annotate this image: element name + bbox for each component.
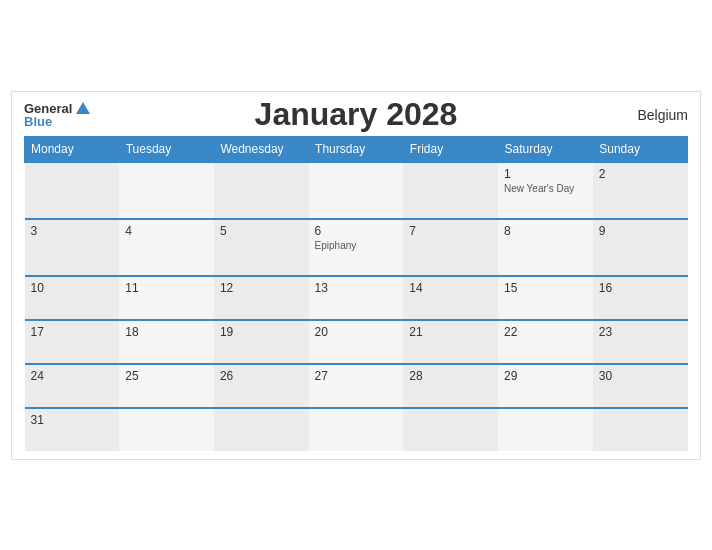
logo-blue-text: Blue [24,115,90,128]
calendar-day-cell: 18 [119,320,214,364]
calendar-day-cell: 2 [593,162,688,219]
calendar-country: Belgium [637,107,688,123]
calendar-day-cell: 14 [403,276,498,320]
calendar-day-cell: 27 [309,364,404,408]
day-number: 9 [599,224,682,238]
calendar-day-cell [214,162,309,219]
calendar-week-row: 1New Year's Day2 [25,162,688,219]
day-number: 12 [220,281,303,295]
calendar-day-cell: 30 [593,364,688,408]
calendar-week-row: 24252627282930 [25,364,688,408]
calendar-day-cell: 9 [593,219,688,276]
day-number: 24 [31,369,114,383]
calendar-day-cell [214,408,309,451]
day-number: 31 [31,413,114,427]
calendar-day-cell: 11 [119,276,214,320]
calendar-title: January 2028 [255,96,458,133]
day-number: 10 [31,281,114,295]
calendar-day-cell: 22 [498,320,593,364]
calendar-container: General Blue January 2028 Belgium Monday… [11,91,701,460]
day-number: 22 [504,325,587,339]
weekday-header-thursday: Thursday [309,136,404,162]
calendar-day-cell: 23 [593,320,688,364]
day-number: 27 [315,369,398,383]
day-number: 29 [504,369,587,383]
day-number: 14 [409,281,492,295]
calendar-day-cell [593,408,688,451]
calendar-day-cell: 7 [403,219,498,276]
calendar-day-cell: 24 [25,364,120,408]
day-number: 4 [125,224,208,238]
weekday-header-monday: Monday [25,136,120,162]
calendar-day-cell: 13 [309,276,404,320]
calendar-day-cell [309,408,404,451]
calendar-day-cell [403,408,498,451]
day-number: 2 [599,167,682,181]
day-number: 26 [220,369,303,383]
calendar-day-cell: 17 [25,320,120,364]
calendar-day-cell [498,408,593,451]
day-event: New Year's Day [504,183,587,194]
calendar-day-cell: 1New Year's Day [498,162,593,219]
weekday-header-friday: Friday [403,136,498,162]
day-number: 20 [315,325,398,339]
calendar-day-cell: 29 [498,364,593,408]
day-number: 13 [315,281,398,295]
weekday-header-saturday: Saturday [498,136,593,162]
calendar-day-cell: 8 [498,219,593,276]
day-number: 30 [599,369,682,383]
calendar-day-cell: 21 [403,320,498,364]
calendar-day-cell: 28 [403,364,498,408]
calendar-day-cell: 16 [593,276,688,320]
day-number: 17 [31,325,114,339]
calendar-header: General Blue January 2028 Belgium [24,102,688,128]
day-number: 6 [315,224,398,238]
calendar-day-cell: 25 [119,364,214,408]
calendar-day-cell: 12 [214,276,309,320]
calendar-day-cell [403,162,498,219]
weekday-header-sunday: Sunday [593,136,688,162]
day-number: 8 [504,224,587,238]
day-number: 5 [220,224,303,238]
day-number: 19 [220,325,303,339]
logo-triangle-icon [76,102,90,114]
day-number: 18 [125,325,208,339]
day-number: 3 [31,224,114,238]
calendar-day-cell: 31 [25,408,120,451]
weekday-header-tuesday: Tuesday [119,136,214,162]
day-number: 16 [599,281,682,295]
calendar-day-cell: 5 [214,219,309,276]
calendar-day-cell: 10 [25,276,120,320]
day-number: 25 [125,369,208,383]
weekday-header-row: MondayTuesdayWednesdayThursdayFridaySatu… [25,136,688,162]
logo: General Blue [24,102,90,128]
calendar-day-cell [25,162,120,219]
weekday-header-wednesday: Wednesday [214,136,309,162]
calendar-day-cell [119,408,214,451]
calendar-day-cell: 19 [214,320,309,364]
calendar-day-cell: 4 [119,219,214,276]
calendar-day-cell: 26 [214,364,309,408]
calendar-day-cell: 15 [498,276,593,320]
calendar-week-row: 17181920212223 [25,320,688,364]
logo-general-text: General [24,102,72,115]
day-number: 28 [409,369,492,383]
calendar-day-cell [309,162,404,219]
calendar-day-cell: 3 [25,219,120,276]
calendar-week-row: 31 [25,408,688,451]
day-number: 15 [504,281,587,295]
calendar-day-cell [119,162,214,219]
day-number: 11 [125,281,208,295]
day-number: 23 [599,325,682,339]
calendar-week-row: 3456Epiphany789 [25,219,688,276]
day-event: Epiphany [315,240,398,251]
calendar-week-row: 10111213141516 [25,276,688,320]
calendar-day-cell: 6Epiphany [309,219,404,276]
calendar-grid: MondayTuesdayWednesdayThursdayFridaySatu… [24,136,688,451]
day-number: 1 [504,167,587,181]
day-number: 21 [409,325,492,339]
day-number: 7 [409,224,492,238]
calendar-day-cell: 20 [309,320,404,364]
